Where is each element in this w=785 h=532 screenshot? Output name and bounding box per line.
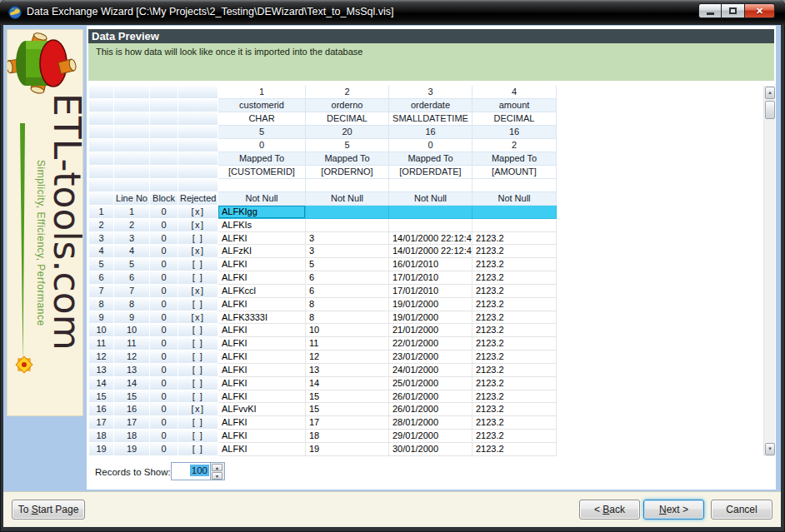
scrollbar-thumb[interactable] bbox=[765, 101, 775, 119]
cell-orderno[interactable]: 11 bbox=[306, 337, 389, 351]
table-row[interactable]: 11110[ ]ALFKI1122/01/20002123.2 bbox=[89, 337, 763, 351]
cell-orderno[interactable]: 3 bbox=[306, 232, 389, 246]
cell-orderdate[interactable]: 26/01/2000 bbox=[389, 403, 472, 416]
cell-orderdate[interactable]: 25/01/2000 bbox=[389, 377, 472, 390]
table-row[interactable]: 12120[ ]ALFKI1223/01/20002123.2 bbox=[89, 351, 763, 364]
cell-customerid[interactable]: ALFKI bbox=[218, 443, 306, 456]
table-row[interactable]: 440[x]ALFzKI314/01/2000 22:12:42123.2 bbox=[89, 245, 763, 258]
cell-amount[interactable]: 2123.2 bbox=[472, 245, 557, 258]
cell-customerid[interactable]: ALFKI bbox=[218, 416, 306, 430]
cell-orderdate[interactable]: 28/01/2000 bbox=[389, 416, 472, 430]
cell-customerid[interactable]: ALFKIgg bbox=[218, 206, 306, 219]
maximize-button[interactable] bbox=[722, 3, 745, 18]
cell-amount[interactable]: 2123.2 bbox=[472, 364, 557, 377]
cell-orderdate[interactable] bbox=[389, 219, 472, 232]
close-button[interactable]: ✕ bbox=[745, 3, 775, 18]
cell-orderdate[interactable]: 19/01/2000 bbox=[389, 311, 472, 325]
cell-customerid[interactable]: ALFKIs bbox=[218, 219, 306, 232]
cell-amount[interactable]: 2123.2 bbox=[472, 298, 557, 311]
table-row[interactable]: 330[ ]ALFKI314/01/2000 22:12:42123.2 bbox=[89, 232, 763, 246]
cell-orderdate[interactable]: 17/01/2010 bbox=[389, 271, 472, 285]
table-row[interactable]: 18180[ ]ALFKI1829/01/20002123.2 bbox=[89, 430, 763, 443]
cell-customerid[interactable]: ALFKI bbox=[218, 232, 306, 246]
cell-amount[interactable] bbox=[472, 206, 557, 219]
table-row[interactable]: 13130[ ]ALFKI1324/01/20002123.2 bbox=[89, 364, 763, 377]
cell-customerid[interactable]: ALFKI bbox=[218, 377, 306, 390]
cell-amount[interactable]: 2123.2 bbox=[472, 311, 557, 325]
table-row[interactable]: 110[x]ALFKIgg bbox=[89, 206, 763, 219]
minimize-button[interactable] bbox=[698, 3, 722, 18]
cell-orderdate[interactable]: 29/01/2000 bbox=[389, 430, 472, 443]
cell-orderno[interactable]: 8 bbox=[306, 298, 389, 311]
cell-customerid[interactable]: ALFKI bbox=[218, 337, 306, 351]
cell-customerid[interactable]: ALFvvKI bbox=[218, 403, 306, 416]
table-row[interactable]: 16160[x]ALFvvKI1526/01/20002123.2 bbox=[89, 403, 763, 416]
cell-orderno[interactable]: 6 bbox=[306, 285, 389, 298]
cell-customerid[interactable]: ALFKI bbox=[218, 351, 306, 364]
table-row[interactable]: 220[x]ALFKIs bbox=[89, 219, 763, 232]
cell-amount[interactable]: 2123.2 bbox=[472, 324, 557, 337]
cell-orderdate[interactable]: 23/01/2000 bbox=[389, 351, 472, 364]
cell-customerid[interactable]: ALFKccl bbox=[218, 285, 306, 298]
cell-amount[interactable]: 2123.2 bbox=[472, 337, 557, 351]
cell-orderdate[interactable]: 14/01/2000 22:12:4 bbox=[389, 245, 472, 258]
cell-amount[interactable]: 2123.2 bbox=[472, 443, 557, 456]
cell-customerid[interactable]: ALFK3333I bbox=[218, 311, 306, 325]
records-to-show-input[interactable]: 100 bbox=[171, 462, 211, 480]
cell-customerid[interactable]: ALFKI bbox=[218, 258, 306, 271]
spinner-down-icon[interactable]: ▼ bbox=[212, 472, 222, 480]
cell-orderdate[interactable]: 24/01/2000 bbox=[389, 364, 472, 377]
cell-customerid[interactable]: ALFKI bbox=[218, 364, 306, 377]
cell-orderno[interactable]: 8 bbox=[306, 311, 389, 325]
back-button[interactable]: < Back bbox=[579, 500, 640, 520]
cell-customerid[interactable]: ALFKI bbox=[218, 271, 306, 285]
cancel-button[interactable]: Cancel bbox=[711, 500, 772, 520]
scroll-down-icon[interactable]: ▼ bbox=[765, 443, 775, 455]
cell-orderno[interactable]: 14 bbox=[306, 377, 389, 390]
cell-orderno[interactable]: 17 bbox=[306, 416, 389, 430]
table-row[interactable]: 880[ ]ALFKI819/01/20002123.2 bbox=[89, 298, 763, 311]
cell-orderdate[interactable] bbox=[389, 206, 472, 219]
table-row[interactable]: 10100[ ]ALFKI1021/01/20002123.2 bbox=[89, 324, 763, 337]
cell-amount[interactable]: 2123.2 bbox=[472, 416, 557, 430]
cell-orderdate[interactable]: 14/01/2000 22:12:4 bbox=[389, 232, 472, 246]
cell-customerid[interactable]: ALFzKI bbox=[218, 245, 306, 258]
table-row[interactable]: 15150[ ]ALFKI1526/01/20002123.2 bbox=[89, 390, 763, 404]
table-row[interactable]: 660[ ]ALFKI617/01/20102123.2 bbox=[89, 271, 763, 285]
cell-amount[interactable]: 2123.2 bbox=[472, 232, 557, 246]
cell-amount[interactable]: 2123.2 bbox=[472, 271, 557, 285]
cell-orderno[interactable]: 3 bbox=[306, 245, 389, 258]
grid-vertical-scrollbar[interactable]: ▲ ▼ bbox=[763, 86, 775, 456]
cell-orderno[interactable]: 6 bbox=[306, 271, 389, 285]
table-row[interactable]: 990[x]ALFK3333I819/01/20002123.2 bbox=[89, 311, 763, 325]
cell-orderno[interactable]: 10 bbox=[306, 324, 389, 337]
cell-amount[interactable]: 2123.2 bbox=[472, 351, 557, 364]
cell-orderno[interactable] bbox=[306, 219, 389, 232]
scroll-up-icon[interactable]: ▲ bbox=[765, 87, 775, 99]
cell-amount[interactable]: 2123.2 bbox=[472, 258, 557, 271]
cell-customerid[interactable]: ALFKI bbox=[218, 430, 306, 443]
cell-orderno[interactable]: 12 bbox=[306, 351, 389, 364]
cell-orderno[interactable]: 19 bbox=[306, 443, 389, 456]
cell-amount[interactable]: 2123.2 bbox=[472, 430, 557, 443]
to-start-page-button[interactable]: To Start Page bbox=[12, 500, 85, 520]
cell-orderno[interactable]: 18 bbox=[306, 430, 389, 443]
spinner-up-icon[interactable]: ▲ bbox=[212, 464, 222, 471]
cell-orderdate[interactable]: 16/01/2010 bbox=[389, 258, 472, 271]
cell-orderdate[interactable]: 26/01/2000 bbox=[389, 390, 472, 404]
table-row[interactable]: 14140[ ]ALFKI1425/01/20002123.2 bbox=[89, 377, 763, 390]
cell-customerid[interactable]: ALFKI bbox=[218, 298, 306, 311]
cell-amount[interactable] bbox=[472, 219, 557, 232]
titlebar[interactable]: Data Exchange Wizard [C:\My Projects\2_T… bbox=[0, 0, 785, 25]
cell-orderno[interactable]: 5 bbox=[306, 258, 389, 271]
cell-orderno[interactable] bbox=[306, 206, 389, 219]
cell-amount[interactable]: 2123.2 bbox=[472, 390, 557, 404]
table-row[interactable]: 770[x]ALFKccl617/01/20102123.2 bbox=[89, 285, 763, 298]
cell-customerid[interactable]: ALFKI bbox=[218, 390, 306, 404]
cell-amount[interactable]: 2123.2 bbox=[472, 377, 557, 390]
cell-orderdate[interactable]: 21/01/2000 bbox=[389, 324, 472, 337]
cell-customerid[interactable]: ALFKI bbox=[218, 324, 306, 337]
cell-orderno[interactable]: 13 bbox=[306, 364, 389, 377]
data-preview-grid[interactable]: 1234customeridordernoorderdateamountCHAR… bbox=[89, 86, 775, 456]
cell-amount[interactable]: 2123.2 bbox=[472, 403, 557, 416]
